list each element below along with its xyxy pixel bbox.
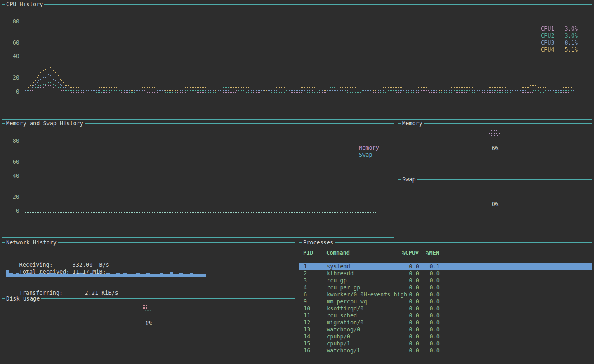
process-cell-mem: 0.0	[420, 326, 440, 333]
process-row[interactable]: 4rcu_par_gp0.00.0	[299, 284, 592, 291]
cpu-ytick-20: 20	[7, 74, 19, 81]
ms-ytick-80: 80	[7, 137, 19, 144]
memswap-legend: Memory Swap	[359, 144, 379, 158]
process-cell-pid: 10	[304, 305, 325, 312]
process-cell-cpu: 0.0	[386, 291, 419, 298]
cpu-legend-item: CPU45.1%	[541, 46, 578, 53]
process-cell-pid: 15	[304, 340, 325, 347]
process-cell-mem: 0.0	[420, 270, 440, 277]
transferring-value: 2.21 KiB/s	[85, 289, 118, 296]
process-cell-cpu: 0.0	[386, 347, 419, 354]
cpu1-value: 3.0%	[560, 25, 578, 32]
process-cell-cpu: 0.0	[386, 298, 419, 305]
network-receiving-sparkline	[6, 268, 206, 277]
process-table-header: PID Command %CPU▼ %MEM	[299, 249, 592, 256]
network-history-title: Network History	[5, 239, 58, 246]
process-cell-cpu: 0.0	[386, 284, 419, 291]
process-row[interactable]: 10ksoftirqd/00.00.0	[299, 305, 592, 312]
process-cell-mem: 0.0	[420, 284, 440, 291]
process-rows: 1systemd0.00.12kthreadd0.00.03rcu_gp0.00…	[299, 263, 592, 354]
process-cell-pid: 9	[304, 298, 325, 305]
process-cell-pid: 4	[304, 284, 325, 291]
memory-legend-label: Memory	[359, 144, 379, 151]
cpu3-label: CPU3	[541, 39, 560, 46]
process-row[interactable]: 13watchdog/00.00.0	[299, 326, 592, 333]
cpu-history-panel: CPU History 80 60 40 20 0 CPU13.0% CPU23…	[2, 4, 592, 120]
cpu-history-title: CPU History	[5, 1, 44, 8]
memory-panel: Memory 6%	[398, 123, 592, 174]
swap-legend-label: Swap	[359, 151, 379, 158]
process-cell-mem: 0.0	[420, 291, 440, 298]
process-cell-mem: 0.0	[420, 319, 440, 326]
cpu3-value: 8.1%	[560, 39, 578, 46]
process-cell-pid: 6	[304, 291, 325, 298]
process-cell-pid: 1	[304, 263, 325, 270]
swap-title: Swap	[401, 176, 417, 183]
memory-percent: 6%	[398, 145, 592, 152]
cpu-ytick-80: 80	[7, 18, 19, 25]
memory-braille-gauge-icon	[489, 130, 501, 137]
ms-ytick-0: 0	[7, 207, 19, 214]
ms-ytick-60: 60	[7, 158, 19, 165]
memswap-history-chart	[24, 202, 378, 220]
cpu-history-chart	[24, 13, 575, 97]
process-cell-mem: 0.0	[420, 277, 440, 284]
swap-panel: Swap 0%	[398, 179, 592, 231]
cpu-legend: CPU13.0% CPU23.0% CPU38.1% CPU45.1%	[541, 25, 578, 53]
process-row[interactable]: 6kworker/0:0H-events_high0.00.0	[299, 291, 592, 298]
process-row[interactable]: 1systemd0.00.1	[299, 263, 592, 270]
process-cell-cpu: 0.0	[386, 319, 419, 326]
ms-ytick-40: 40	[7, 172, 19, 179]
process-cell-mem: 0.0	[420, 333, 440, 340]
disk-usage-panel: Disk usage 1%	[2, 298, 295, 348]
process-row[interactable]: 11rcu_sched0.00.0	[299, 312, 592, 319]
process-cell-mem: 0.0	[420, 347, 440, 354]
cpu-ytick-60: 60	[7, 39, 19, 46]
process-cell-cpu: 0.0	[386, 326, 419, 333]
process-row[interactable]: 3rcu_gp0.00.0	[299, 277, 592, 284]
process-row[interactable]: 16watchdog/10.00.0	[299, 347, 592, 354]
column-cpu-sort-desc[interactable]: %CPU▼	[386, 249, 419, 256]
cpu-ytick-40: 40	[7, 53, 19, 60]
disk-percent: 1%	[2, 320, 295, 327]
process-cell-pid: 16	[304, 347, 325, 354]
column-mem[interactable]: %MEM	[420, 249, 439, 256]
cpu4-value: 5.1%	[560, 46, 578, 53]
process-cell-mem: 0.0	[420, 340, 440, 347]
process-cell-pid: 12	[304, 319, 325, 326]
cpu-legend-item: CPU13.0%	[541, 25, 578, 32]
memory-title: Memory	[401, 120, 424, 127]
process-cell-cpu: 0.0	[386, 312, 419, 319]
process-row[interactable]: 14cpuhp/00.00.0	[299, 333, 592, 340]
process-cell-cpu: 0.0	[386, 305, 419, 312]
memswap-history-title: Memory and Swap History	[5, 120, 85, 127]
process-cell-pid: 2	[304, 270, 325, 277]
ms-ytick-20: 20	[7, 193, 19, 200]
processes-title: Processes	[302, 239, 335, 246]
process-row[interactable]: 12migration/00.00.0	[299, 319, 592, 326]
disk-usage-title: Disk usage	[5, 295, 41, 302]
process-cell-cpu: 0.0	[386, 270, 419, 277]
process-row[interactable]: 2kthreadd0.00.0	[299, 270, 592, 277]
process-cell-cpu: 0.0	[386, 263, 419, 270]
process-cell-pid: 14	[304, 333, 325, 340]
process-cell-pid: 3	[304, 277, 325, 284]
column-pid[interactable]: PID	[303, 249, 325, 256]
process-row[interactable]: 15cpuhp/10.00.0	[299, 340, 592, 347]
process-cell-cpu: 0.0	[386, 340, 419, 347]
cpu2-label: CPU2	[541, 32, 560, 39]
cpu2-value: 3.0%	[560, 32, 578, 39]
memswap-history-panel: Memory and Swap History 80 60 40 20 0 Me…	[2, 123, 394, 238]
cpu-ytick-0: 0	[7, 88, 19, 95]
process-cell-cpu: 0.0	[386, 277, 419, 284]
process-cell-mem: 0.1	[420, 263, 440, 270]
swap-percent: 0%	[398, 201, 592, 208]
process-cell-pid: 13	[304, 326, 325, 333]
process-cell-pid: 11	[304, 312, 325, 319]
cpu1-label: CPU1	[541, 25, 560, 32]
process-row[interactable]: 9mm_percpu_wq0.00.0	[299, 298, 592, 305]
process-cell-mem: 0.0	[420, 305, 440, 312]
cpu-legend-item: CPU23.0%	[541, 32, 578, 39]
cpu-legend-item: CPU38.1%	[541, 39, 578, 46]
process-cell-mem: 0.0	[420, 312, 440, 319]
